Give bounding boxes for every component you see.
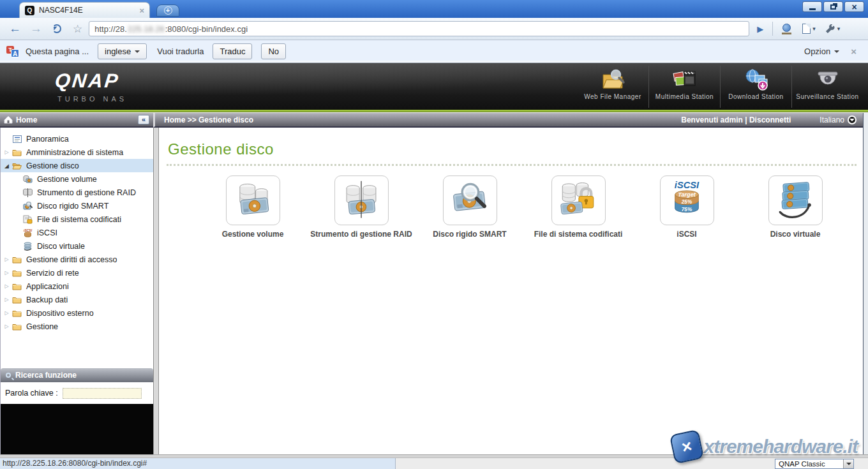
panel-splitter[interactable] (153, 128, 159, 454)
keyword-input[interactable] (63, 388, 142, 399)
navigation-tree: Panoramica ▷ Amministrazione di sistema … (1, 128, 153, 333)
toolbar-separator (772, 22, 773, 36)
collapse-arrow-icon[interactable]: ◢ (3, 163, 11, 169)
svg-text:25%: 25% (681, 199, 692, 205)
folder-open-icon (11, 162, 22, 170)
url-blurred-part: 225.18.26 (128, 24, 165, 34)
tree-item-gestione[interactable]: ▷ Gestione (1, 320, 153, 333)
wrench-menu-icon[interactable] (825, 24, 835, 34)
app-web-file-manager[interactable]: Web File Manager (577, 66, 648, 108)
translate-bar-close-icon[interactable]: × (851, 46, 857, 57)
app-surveillance-station[interactable]: Surveillance Station (791, 66, 863, 108)
restore-icon (830, 4, 836, 10)
main-content: Gestione disco (159, 128, 863, 454)
home-icon (4, 115, 13, 124)
expand-arrow-icon[interactable]: ▷ (3, 149, 11, 155)
accent-divider (0, 110, 868, 112)
card-strumento-raid[interactable]: Strumento di gestione RAID (307, 175, 415, 239)
tab-close-icon[interactable]: × (139, 6, 144, 15)
tree-item-amministrazione[interactable]: ▷ Amministrazione di sistema (1, 145, 153, 159)
tree-item-applicazioni[interactable]: ▷ Applicazioni (1, 279, 153, 293)
translate-button[interactable]: Traduc (213, 43, 252, 59)
globe-icon[interactable] (782, 24, 792, 34)
card-label: iSCSI (632, 230, 741, 239)
tree-item-servizio-rete[interactable]: ▷ Servizio di rete (1, 266, 153, 279)
bookmark-star-icon[interactable]: ☆ (73, 22, 82, 36)
folder-icon (11, 296, 22, 304)
decline-translate-button[interactable]: No (261, 43, 286, 59)
download-globe-icon (744, 68, 769, 91)
media-clapper-icon (672, 68, 698, 91)
search-icon (6, 373, 11, 378)
restore-button[interactable] (823, 1, 843, 12)
search-panel-header[interactable]: Ricerca funzione (1, 368, 153, 382)
url-suffix: :8080/cgi-bin/index.cgi (165, 24, 248, 34)
card-label: Gestione volume (198, 230, 307, 239)
card-label: Disco virtuale (741, 230, 849, 239)
iscsi-icon: iSCSI Target 25% 75% (666, 179, 708, 221)
welcome-logout-text[interactable]: Benvenuti admin | Disconnetti (681, 115, 791, 124)
tree-item-strumento-raid[interactable]: Strumento di gestione RAID (1, 186, 153, 199)
card-iscsi[interactable]: iSCSI Target 25% 75% iSCSI (632, 175, 741, 239)
browser-tab[interactable]: Q NASC4F14E × (19, 2, 150, 18)
iscsi-icon: iSCSI (22, 228, 33, 237)
titlebar: Q NASC4F14E × + × (0, 0, 868, 18)
watermark: × xtremehardware.it (672, 432, 858, 461)
app-label: Surveillance Station (796, 93, 858, 100)
expand-arrow-icon[interactable]: ▷ (3, 270, 11, 276)
tree-item-dispositivo-esterno[interactable]: ▷ Dispositivo esterno (1, 306, 153, 320)
tree-item-gestione-volume[interactable]: Gestione volume (1, 172, 153, 186)
go-arrow-button[interactable]: ▶ (757, 24, 763, 34)
tree-item-iscsi[interactable]: iSCSI iSCSI (1, 226, 153, 239)
window-right-edge (863, 113, 868, 454)
raid-tool-icon (340, 179, 382, 221)
app-label: Web File Manager (584, 93, 641, 100)
virtual-disk-icon (774, 179, 816, 221)
app-label: Download Station (728, 93, 783, 100)
chevron-down-icon (135, 50, 140, 56)
url-bar[interactable]: http://28.225.18.26:8080/cgi-bin/index.c… (89, 21, 749, 36)
tree-item-panoramica[interactable]: Panoramica (1, 132, 153, 145)
app-multimedia-station[interactable]: Multimedia Station (648, 66, 720, 108)
expand-arrow-icon[interactable]: ▷ (3, 324, 11, 329)
expand-arrow-icon[interactable]: ▷ (3, 283, 11, 289)
status-url: http://28.225.18.26:8080/cgi-bin/index.c… (0, 458, 396, 469)
card-gestione-volume[interactable]: Gestione volume (198, 175, 307, 239)
tree-item-backup-dati[interactable]: ▷ Backup dati (1, 293, 153, 306)
language-dropdown-icon (848, 115, 857, 124)
card-disco-smart[interactable]: Disco rigido SMART (415, 175, 524, 239)
minimize-button[interactable] (802, 1, 822, 12)
svg-text:75%: 75% (682, 207, 692, 212)
tab-title: NASC4F14E (39, 6, 135, 15)
search-row: Parola chiave : (1, 382, 153, 404)
tree-item-diritti-accesso[interactable]: ▷ Gestione diritti di accesso (1, 253, 153, 266)
back-button[interactable]: ← (9, 22, 21, 35)
expand-arrow-icon[interactable]: ▷ (3, 310, 11, 316)
disk-smart-icon (22, 202, 33, 211)
language-dropdown[interactable]: inglese (98, 43, 147, 59)
folder-icon (11, 283, 22, 290)
chevron-down-icon (834, 50, 839, 56)
expand-arrow-icon[interactable]: ▷ (3, 257, 11, 262)
expand-arrow-icon[interactable]: ▷ (3, 297, 11, 302)
language-selector[interactable]: Italiano (819, 115, 857, 124)
folder-icon (11, 323, 22, 331)
close-icon: × (851, 3, 857, 11)
tree-item-gestione-disco[interactable]: ◢ Gestione disco (1, 159, 153, 172)
collapse-sidebar-button[interactable]: « (138, 115, 149, 124)
qnap-favicon-icon: Q (25, 6, 34, 15)
tree-item-disco-smart[interactable]: Disco rigido SMART (1, 199, 153, 212)
refresh-button[interactable] (52, 24, 61, 33)
card-label: File di sistema codificati (524, 230, 632, 239)
close-button[interactable]: × (844, 1, 864, 12)
forward-button[interactable]: → (30, 22, 42, 35)
card-disco-virtuale[interactable]: Disco virtuale (741, 175, 849, 239)
new-tab-button[interactable]: + (156, 4, 179, 17)
tree-item-disco-virtuale[interactable]: Disco virtuale (1, 239, 153, 253)
tree-item-file-codificati[interactable]: File di sistema codificati (1, 212, 153, 226)
page-menu-icon[interactable] (802, 24, 811, 34)
url-prefix: http://28. (94, 24, 127, 34)
options-dropdown[interactable]: Opzion (804, 47, 839, 56)
app-download-station[interactable]: Download Station (720, 66, 791, 108)
card-file-codificati[interactable]: File di sistema codificati (524, 175, 632, 239)
